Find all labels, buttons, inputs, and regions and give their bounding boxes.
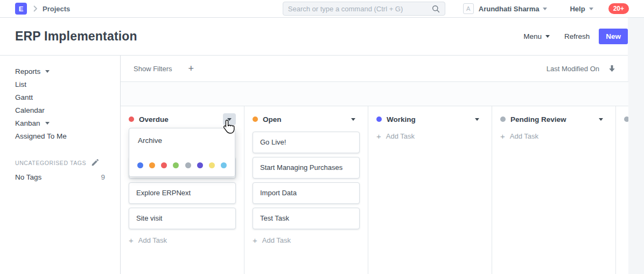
task-card[interactable]: Explore ERPNext (129, 182, 236, 204)
sidebar-item-gantt[interactable]: Gantt (15, 91, 105, 104)
add-task-label: Add Task (262, 236, 291, 244)
plus-icon: + (253, 236, 257, 244)
tags-section-header: UNCATEGORISED TAGS (15, 159, 105, 166)
color-swatch-red[interactable] (161, 162, 167, 168)
kanban-board: Overdue Explore ERPNext Site visit + Add… (121, 106, 628, 274)
kanban-column-clipped (616, 106, 628, 274)
main-section: Show Filters + Last Modified On Overdue (120, 56, 628, 274)
plus-icon: + (376, 132, 381, 140)
help-menu[interactable]: Help (570, 5, 593, 13)
user-menu[interactable]: Arundhati Sharma (479, 5, 548, 13)
chevron-down-icon (45, 70, 50, 73)
column-menu-button[interactable] (594, 113, 607, 125)
avatar[interactable]: A (463, 3, 474, 14)
page-title: ERP Implementation (15, 29, 523, 44)
chevron-down-icon (599, 118, 603, 121)
app-logo-letter: E (19, 5, 24, 13)
add-task-button[interactable]: + Add Task (500, 132, 607, 140)
kanban-column-working: Working + Add Task (368, 106, 492, 274)
color-swatch-green[interactable] (173, 162, 179, 168)
sort-field-label[interactable]: Last Modified On (547, 65, 599, 73)
sidebar-item-assigned-to-me[interactable]: Assigned To Me (15, 129, 105, 142)
menu-label: Menu (523, 32, 542, 40)
column-header: Open (253, 113, 360, 125)
task-card[interactable]: Go Live! (253, 132, 360, 153)
color-swatch-purple[interactable] (197, 162, 203, 168)
color-swatch-yellow[interactable] (209, 162, 215, 168)
column-title: Overdue (139, 115, 223, 124)
avatar-letter: A (466, 5, 470, 12)
status-dot (624, 117, 628, 122)
sidebar-item-label: Gantt (15, 93, 33, 101)
filter-bar: Show Filters + Last Modified On (121, 56, 628, 82)
tags-header-label: UNCATEGORISED TAGS (15, 160, 86, 166)
add-task-label: Add Task (386, 132, 415, 140)
color-swatch-lightblue[interactable] (221, 162, 227, 168)
task-card[interactable]: Test Task (253, 208, 360, 229)
plus-icon: + (500, 132, 505, 140)
show-filters-button[interactable]: Show Filters (134, 65, 172, 73)
status-dot (500, 117, 506, 122)
column-dropdown-menu: Archive (129, 128, 235, 177)
sidebar-item-label: Calendar (15, 106, 45, 114)
new-button[interactable]: New (599, 29, 628, 44)
sidebar-item-label: List (15, 80, 26, 88)
global-search (283, 2, 445, 16)
add-task-button[interactable]: + Add Task (253, 236, 360, 244)
color-swatch-blue[interactable] (137, 162, 143, 168)
breadcrumb-chevron-icon (33, 5, 38, 12)
plus-icon: + (129, 236, 134, 244)
task-card[interactable]: Import Data (253, 182, 360, 204)
refresh-button[interactable]: Refresh (564, 32, 590, 40)
column-header: Working (376, 113, 484, 125)
search-input[interactable] (288, 5, 432, 13)
column-header: Overdue (129, 113, 236, 125)
chevron-down-icon (475, 118, 479, 121)
chevron-down-icon (589, 8, 593, 10)
breadcrumb[interactable]: Projects (43, 5, 70, 13)
column-title: Open (263, 115, 347, 124)
sidebar-item-reports[interactable]: Reports (15, 65, 105, 78)
chevron-down-icon (543, 8, 547, 10)
chevron-down-icon (545, 35, 550, 38)
kanban-column-overdue: Overdue Explore ERPNext Site visit + Add… (121, 106, 244, 274)
tag-name: No Tags (15, 173, 41, 181)
menu-item-archive[interactable]: Archive (129, 128, 235, 145)
task-card[interactable]: Start Managing Purchases (253, 157, 360, 179)
column-header: Pending Review (500, 113, 607, 125)
sidebar-item-label: Reports (15, 67, 40, 76)
chevron-down-icon (45, 122, 50, 125)
status-dot (376, 117, 382, 122)
add-task-label: Add Task (510, 132, 538, 140)
filter-strip (121, 82, 628, 106)
column-title: Working (387, 115, 471, 124)
sidebar-item-label: Assigned To Me (15, 132, 67, 140)
column-menu-button[interactable] (471, 113, 484, 125)
column-menu-button[interactable] (223, 113, 236, 125)
sort-direction-icon[interactable] (608, 65, 615, 72)
notification-badge[interactable]: 20+ (608, 3, 629, 14)
menu-button[interactable]: Menu (523, 32, 550, 40)
sidebar-item-list[interactable]: List (15, 78, 105, 91)
tag-filter-no-tags[interactable]: No Tags 9 (15, 173, 105, 181)
sidebar: Reports List Gantt Calendar Kanban Assig… (0, 56, 120, 274)
chevron-down-icon (227, 118, 232, 121)
app-logo[interactable]: E (15, 3, 27, 15)
column-title: Pending Review (510, 115, 594, 124)
sidebar-item-calendar[interactable]: Calendar (15, 104, 105, 117)
chevron-down-icon (351, 118, 355, 121)
add-filter-button[interactable]: + (188, 64, 194, 73)
sidebar-item-kanban[interactable]: Kanban (15, 117, 105, 129)
content: Reports List Gantt Calendar Kanban Assig… (0, 56, 628, 274)
task-card[interactable]: Site visit (129, 208, 236, 229)
navbar: E Projects A Arundhati Sharma Help 20+ (0, 0, 644, 18)
color-swatch-grey[interactable] (185, 162, 191, 168)
status-dot (253, 117, 258, 122)
color-swatch-orange[interactable] (149, 162, 155, 168)
column-menu-button[interactable] (347, 113, 360, 125)
column-header (624, 113, 628, 125)
edit-pencil-icon[interactable] (92, 159, 99, 166)
search-icon (432, 5, 440, 13)
add-task-button[interactable]: + Add Task (129, 236, 236, 244)
add-task-button[interactable]: + Add Task (376, 132, 484, 140)
